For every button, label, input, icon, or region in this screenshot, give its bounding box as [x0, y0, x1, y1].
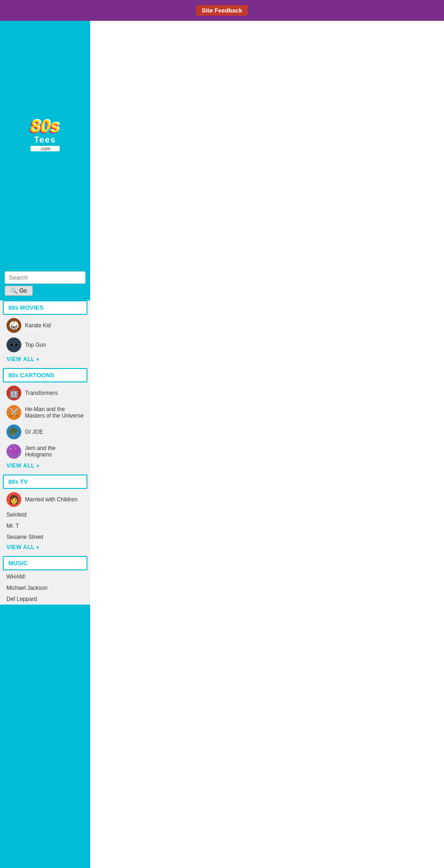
nav-item-mr-t[interactable]: Mr. T — [0, 520, 90, 531]
chevron-down-icon-tv: ▾ — [37, 545, 39, 550]
nav-item-wham[interactable]: WHAM! — [0, 571, 90, 582]
main-content — [90, 21, 444, 868]
jem-label: Jem and the Holograms — [25, 445, 84, 458]
sidebar: 80s Tees .com 🔍 Go 80s MOVIES 🥋 Karate K… — [0, 0, 90, 868]
section-music: MUSIC WHAM! Michael Jackson Def Leppard — [0, 556, 90, 605]
site-feedback-button[interactable]: Site Feedback — [196, 5, 247, 16]
category-header-cartoons[interactable]: 80s CARTOONS — [3, 368, 87, 382]
nav-item-karate-kid[interactable]: 🥋 Karate Kid — [0, 316, 90, 335]
sesame-street-label: Sesame Street — [6, 534, 43, 540]
nav-item-gijoe[interactable]: 🪖 GI JOE — [0, 422, 90, 442]
view-all-cartoons-label: VIEW ALL — [6, 462, 35, 469]
top-gun-label: Top Gun — [25, 342, 46, 348]
chevron-down-icon: ▾ — [37, 357, 39, 362]
top-bar: Site Feedback — [0, 0, 444, 21]
logo-com: .com — [31, 146, 60, 151]
nav-item-jem[interactable]: 💜 Jem and the Holograms — [0, 442, 90, 461]
logo-80s: 80s — [31, 118, 60, 135]
michael-jackson-label: Michael Jackson — [6, 585, 48, 591]
nav-item-sesame-street[interactable]: Sesame Street — [0, 531, 90, 543]
search-button[interactable]: 🔍 Go — [5, 286, 33, 296]
gijoe-label: GI JOE — [25, 429, 43, 435]
nav-item-married-with-children[interactable]: 👩 Married with Children — [0, 490, 90, 509]
sidebar-nav: 80s MOVIES 🥋 Karate Kid 🕶️ Top Gun VIEW … — [0, 300, 90, 605]
nav-item-michael-jackson[interactable]: Michael Jackson — [0, 582, 90, 593]
jem-icon: 💜 — [6, 444, 21, 459]
wham-label: WHAM! — [6, 574, 25, 580]
nav-item-def-leppard[interactable]: Def Leppard — [0, 593, 90, 605]
search-input[interactable] — [5, 271, 86, 284]
view-all-movies-label: VIEW ALL — [6, 356, 35, 362]
heman-icon: ⚔️ — [6, 405, 21, 420]
search-icon: 🔍 — [11, 287, 18, 294]
nav-item-heman[interactable]: ⚔️ He-Man and the Masters of the Univers… — [0, 403, 90, 422]
view-all-tv-button[interactable]: VIEW ALL ▾ — [0, 543, 45, 553]
heman-label: He-Man and the Masters of the Universe — [25, 406, 84, 419]
search-area: 🔍 Go — [0, 269, 90, 298]
def-leppard-label: Def Leppard — [6, 596, 37, 602]
mwc-icon: 👩 — [6, 492, 21, 507]
karate-kid-icon: 🥋 — [6, 318, 21, 333]
logo-box: 80s Tees .com — [24, 113, 67, 156]
section-80s-movies: 80s MOVIES 🥋 Karate Kid 🕶️ Top Gun VIEW … — [0, 300, 90, 365]
logo-tees: Tees — [31, 135, 60, 145]
mr-t-label: Mr. T — [6, 523, 19, 529]
section-80s-tv: 80s TV 👩 Married with Children Seinfeld … — [0, 475, 90, 553]
nav-item-top-gun[interactable]: 🕶️ Top Gun — [0, 335, 90, 355]
view-all-tv-label: VIEW ALL — [6, 544, 35, 550]
nav-item-seinfeld[interactable]: Seinfeld — [0, 509, 90, 520]
category-header-music[interactable]: MUSIC — [3, 556, 87, 570]
logo-area: 80s Tees .com — [0, 0, 90, 269]
section-80s-cartoons: 80s CARTOONS 🤖 Transformers ⚔️ He-Man an… — [0, 368, 90, 472]
karate-kid-label: Karate Kid — [25, 322, 51, 329]
top-gun-icon: 🕶️ — [6, 337, 21, 352]
mwc-label: Married with Children — [25, 496, 77, 503]
search-button-label: Go — [19, 287, 27, 294]
nav-item-transformers[interactable]: 🤖 Transformers — [0, 383, 90, 403]
category-header-movies[interactable]: 80s MOVIES — [3, 300, 87, 315]
seinfeld-label: Seinfeld — [6, 512, 26, 518]
category-header-tv[interactable]: 80s TV — [3, 475, 87, 489]
chevron-down-icon-cartoons: ▾ — [37, 463, 39, 468]
view-all-movies-button[interactable]: VIEW ALL ▾ — [0, 355, 45, 365]
view-all-cartoons-button[interactable]: VIEW ALL ▾ — [0, 461, 45, 472]
gijoe-icon: 🪖 — [6, 425, 21, 439]
transformers-label: Transformers — [25, 390, 58, 396]
transformers-icon: 🤖 — [6, 386, 21, 400]
